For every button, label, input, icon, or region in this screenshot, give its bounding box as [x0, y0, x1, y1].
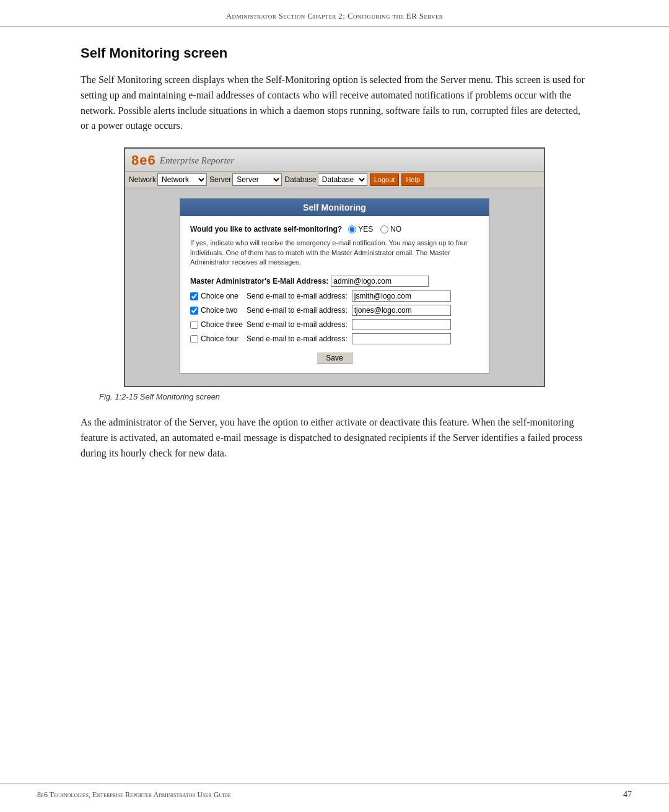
server-label: Server [209, 175, 231, 184]
app-logo: 8e6 Enterprise Reporter [131, 152, 234, 168]
choice2-send-label: Send e-mail to e-mail address: [247, 306, 348, 315]
choice3-send-label: Send e-mail to e-mail address: [247, 320, 348, 329]
footer-left-text: 8e6 Technologies, Enterprise Reporter Ad… [37, 790, 231, 800]
network-label: Network [129, 175, 156, 184]
choice4-checkbox[interactable] [190, 335, 198, 343]
info-text: If yes, indicate who will receive the em… [190, 238, 479, 267]
body-paragraph: As the administrator of the Server, you … [81, 415, 588, 461]
choice2-checkbox[interactable] [190, 307, 198, 315]
header-text: Administrator Section Chapter 2: Configu… [226, 11, 443, 20]
figure-caption: Fig. 1:2-15 Self Monitoring screen [81, 392, 588, 401]
choice3-email-input[interactable] [352, 319, 451, 330]
panel-title: Self Monitoring [180, 199, 489, 216]
server-select[interactable]: Server [232, 173, 282, 186]
server-menu-item: Server Server [209, 173, 282, 186]
save-row: Save [190, 352, 479, 364]
save-button[interactable]: Save [317, 352, 352, 364]
choice1-email-input[interactable] [352, 290, 451, 302]
choice1-checkbox[interactable] [190, 292, 198, 300]
menu-bar: Network Network Server Server Database D… [125, 172, 544, 188]
choice3-checkbox[interactable] [190, 321, 198, 329]
page: Administrator Section Chapter 2: Configu… [0, 0, 669, 812]
self-monitoring-panel: Self Monitoring Would you like to activa… [180, 198, 489, 373]
footer-page-number: 47 [623, 790, 632, 800]
choice1-label: Choice one [201, 292, 244, 300]
logout-button[interactable]: Logout [370, 173, 400, 186]
app-body: Self Monitoring Would you like to activa… [125, 188, 544, 386]
intro-paragraph: The Self Monitoring screen displays when… [81, 72, 588, 134]
choice2-label: Choice two [201, 306, 244, 315]
network-menu-item: Network Network [129, 173, 207, 186]
no-label: NO [390, 225, 401, 234]
database-label: Database [284, 175, 316, 184]
yes-radio[interactable] [348, 225, 356, 234]
master-email-row: Master Administrator's E-Mail Address: [190, 276, 479, 287]
logo-8e6: 8e6 [131, 152, 156, 168]
section-heading: Self Monitoring screen [81, 45, 588, 61]
choice4-send-label: Send e-mail to e-mail address: [247, 334, 348, 343]
radio-group: YES NO [348, 225, 401, 234]
choice2-email-input[interactable] [352, 305, 451, 316]
activate-question: Would you like to activate self-monitori… [190, 225, 342, 234]
panel-body: Would you like to activate self-monitori… [180, 216, 489, 373]
page-footer: 8e6 Technologies, Enterprise Reporter Ad… [0, 783, 669, 800]
activate-row: Would you like to activate self-monitori… [190, 225, 479, 234]
app-header: 8e6 Enterprise Reporter [125, 149, 544, 172]
page-header: Administrator Section Chapter 2: Configu… [0, 0, 669, 27]
yes-option[interactable]: YES [348, 225, 373, 234]
database-menu-item: Database Database [284, 173, 367, 186]
yes-label: YES [358, 225, 373, 234]
choice-row-2: Choice two Send e-mail to e-mail address… [190, 305, 479, 316]
choice4-email-input[interactable] [352, 333, 451, 344]
master-email-label: Master Administrator's E-Mail Address: [190, 277, 328, 286]
no-option[interactable]: NO [380, 225, 401, 234]
master-email-input[interactable] [331, 276, 429, 287]
database-select[interactable]: Database [318, 173, 367, 186]
choice-row-3: Choice three Send e-mail to e-mail addre… [190, 319, 479, 330]
main-content: Self Monitoring screen The Self Monitori… [0, 27, 669, 509]
choice-row-4: Choice four Send e-mail to e-mail addres… [190, 333, 479, 344]
network-select[interactable]: Network [157, 173, 207, 186]
choice-row-1: Choice one Send e-mail to e-mail address… [190, 290, 479, 302]
choice1-send-label: Send e-mail to e-mail address: [247, 292, 348, 300]
screenshot: 8e6 Enterprise Reporter Network Network … [124, 147, 545, 387]
choice3-label: Choice three [201, 320, 244, 329]
choice4-label: Choice four [201, 334, 244, 343]
no-radio[interactable] [380, 225, 388, 234]
help-button[interactable]: Help [401, 173, 424, 186]
logo-name: Enterprise Reporter [160, 155, 234, 166]
